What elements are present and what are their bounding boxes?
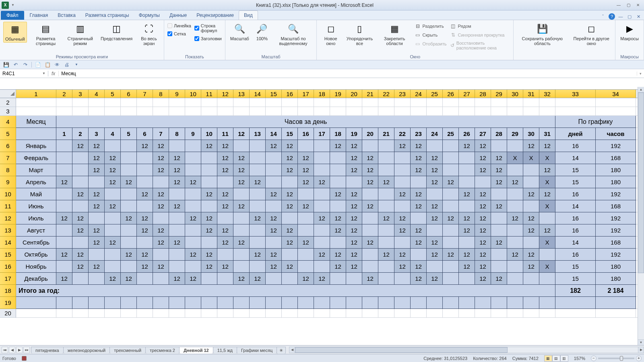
cell[interactable]: 5 (121, 128, 137, 140)
column-header[interactable]: 5 (105, 90, 121, 98)
cell[interactable]: 12 (362, 273, 378, 285)
cell[interactable]: 12 (217, 261, 233, 273)
cell[interactable] (16, 128, 56, 140)
cell[interactable] (507, 200, 523, 212)
cell[interactable] (330, 273, 346, 285)
column-header[interactable]: 14 (250, 90, 266, 98)
cell[interactable]: 12 (233, 176, 250, 188)
cell[interactable] (427, 261, 443, 273)
chk-gridlines[interactable]: Сетка (167, 31, 191, 37)
cell[interactable] (459, 98, 475, 107)
cell[interactable]: 12 (153, 140, 169, 152)
cell[interactable]: 12 (411, 140, 427, 152)
cell[interactable] (378, 297, 394, 309)
cell[interactable] (378, 140, 394, 152)
cell[interactable] (523, 176, 539, 188)
cell[interactable] (185, 98, 201, 107)
cell[interactable] (596, 107, 636, 116)
cell[interactable]: 12 (330, 140, 346, 152)
cell[interactable]: 12 (233, 164, 250, 176)
cell[interactable] (201, 309, 217, 318)
cell[interactable]: 12 (282, 140, 298, 152)
view-normal-icon[interactable]: ▦ (544, 355, 552, 362)
cell[interactable] (282, 98, 298, 107)
cell[interactable]: 12 (89, 188, 105, 200)
cell[interactable]: 12 (121, 249, 137, 261)
column-header[interactable]: 20 (346, 90, 362, 98)
cell[interactable]: 12 (153, 200, 169, 212)
cell[interactable] (250, 164, 266, 176)
cell[interactable] (137, 152, 153, 164)
qat-more-icon[interactable]: ▼ (73, 61, 80, 68)
cell[interactable] (153, 107, 169, 116)
cell[interactable]: 12 (507, 249, 523, 261)
cell[interactable]: 12 (394, 188, 411, 200)
cell[interactable] (491, 309, 507, 318)
cell[interactable] (169, 212, 185, 224)
cell[interactable]: 12 (89, 140, 105, 152)
cell[interactable] (233, 188, 250, 200)
cell[interactable]: 12 (153, 237, 169, 249)
cell[interactable]: 12 (105, 200, 121, 212)
cell[interactable]: 12 (411, 188, 427, 200)
fx-button[interactable]: fx (48, 71, 59, 76)
column-header[interactable]: 4 (89, 90, 105, 98)
cell[interactable] (121, 297, 137, 309)
cell[interactable] (250, 309, 266, 318)
cell[interactable] (185, 309, 201, 318)
arrange-button[interactable]: ▯Упорядочить все (345, 22, 374, 47)
cell[interactable] (56, 237, 72, 249)
cell[interactable] (105, 261, 121, 273)
cell[interactable]: 27 (475, 128, 491, 140)
cell[interactable] (491, 297, 507, 309)
cell[interactable]: 12 (427, 212, 443, 224)
cell[interactable]: 11 (217, 128, 233, 140)
save-icon[interactable]: 💾 (2, 61, 10, 68)
cell[interactable] (394, 309, 411, 318)
cell[interactable]: X (539, 200, 555, 212)
cell[interactable] (121, 98, 137, 107)
cell[interactable] (153, 249, 169, 261)
cell[interactable] (539, 249, 555, 261)
cell[interactable] (105, 188, 121, 200)
cell[interactable] (555, 98, 596, 107)
column-header[interactable]: 29 (491, 90, 507, 98)
cell[interactable]: 12 (362, 237, 378, 249)
cell[interactable]: 20 (362, 128, 378, 140)
cell[interactable] (346, 273, 362, 285)
cell[interactable] (201, 107, 217, 116)
cell[interactable] (555, 309, 596, 318)
cell[interactable] (250, 152, 266, 164)
cell[interactable]: 12 (346, 200, 362, 212)
cell[interactable] (137, 297, 153, 309)
cell[interactable]: 12 (185, 212, 201, 224)
row-header[interactable]: 8 (0, 164, 16, 176)
cell[interactable]: 9 (185, 128, 201, 140)
cell[interactable]: 12 (314, 249, 330, 261)
cell[interactable] (411, 249, 427, 261)
ribbon-tab[interactable]: Главная (25, 11, 53, 20)
cell[interactable]: 12 (105, 176, 121, 188)
cell[interactable]: 12 (539, 188, 555, 200)
cell[interactable] (137, 98, 153, 107)
cell[interactable] (233, 140, 250, 152)
cell[interactable]: 12 (491, 164, 507, 176)
cell[interactable]: 12 (185, 249, 201, 261)
row-header[interactable]: 17 (0, 273, 16, 285)
cell[interactable]: 12 (153, 152, 169, 164)
cell[interactable]: 12 (105, 237, 121, 249)
row-header[interactable]: 16 (0, 261, 16, 273)
cell[interactable] (443, 273, 459, 285)
cell[interactable] (137, 200, 153, 212)
preview-icon[interactable]: 👁 (54, 61, 61, 68)
cell[interactable] (169, 309, 185, 318)
cell[interactable] (233, 261, 250, 273)
cell[interactable]: 15 (555, 273, 596, 285)
cell[interactable] (121, 107, 137, 116)
cell[interactable]: 12 (507, 176, 523, 188)
cell[interactable] (89, 176, 105, 188)
cell[interactable] (233, 107, 250, 116)
cell[interactable]: 12 (346, 140, 362, 152)
row-header[interactable]: 15 (0, 249, 16, 261)
cell[interactable]: 12 (153, 164, 169, 176)
